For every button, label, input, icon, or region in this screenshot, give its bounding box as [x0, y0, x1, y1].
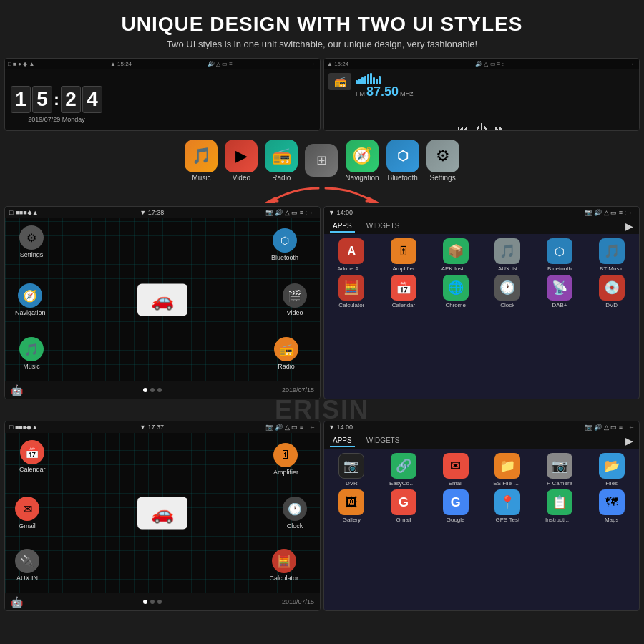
gmail-radial-label: Gmail: [19, 522, 36, 530]
apps-tab-bar-bottom: APPS WIDGETS ▶: [324, 433, 639, 449]
radial-bluetooth[interactable]: ⬡ Bluetooth: [271, 228, 298, 261]
navigation-radial-icon: 🧭: [18, 283, 42, 308]
app-amplifier[interactable]: 🎚 Amplifier: [379, 238, 429, 272]
tab-widgets-bottom[interactable]: WIDGETS: [364, 435, 403, 447]
radial-gmail[interactable]: ✉ Gmail: [15, 497, 39, 530]
app-dvr[interactable]: 📷 DVR: [327, 453, 376, 487]
files-label: Files: [605, 480, 618, 487]
app-fcamera[interactable]: 📷 F-Camera: [535, 453, 585, 487]
icon-settings[interactable]: ⚙ Settings: [426, 140, 459, 182]
calendar-icon: 📅: [391, 275, 416, 301]
android-icon-2: 🤖: [11, 596, 23, 608]
car-image-2: 🚗: [137, 497, 187, 530]
bar-7: [373, 77, 375, 84]
amplifier-label: Amplifier: [392, 265, 414, 272]
tab-apps-top[interactable]: APPS: [330, 220, 355, 233]
app-google[interactable]: G Google: [431, 489, 480, 523]
power-button[interactable]: ⏻: [476, 123, 487, 131]
esfile-icon: 📁: [494, 453, 520, 479]
settings-radial-label: Settings: [20, 251, 44, 258]
tab-apps-bottom[interactable]: APPS: [330, 435, 355, 447]
radio-controls: ⏮ ⏻ ⏭: [328, 123, 635, 131]
status-bar-left-bottom: □ ■■■◆▲ ▼ 17:37 📷 🔊 △ ▭ ≡ : ←: [5, 421, 320, 433]
icon-video[interactable]: ▶ Video: [225, 140, 258, 182]
gallery-label: Gallery: [343, 517, 361, 523]
date-label-left-top: 2019/07/15: [282, 386, 314, 394]
icon-navigation[interactable]: 🧭 Navigation: [345, 140, 379, 182]
radial-amplifier[interactable]: 🎚 Amplifier: [273, 443, 298, 476]
app-maps[interactable]: 🗺 Maps: [587, 489, 636, 523]
radio-icon: 📻: [328, 73, 351, 90]
app-dvd[interactable]: 💿 DVD: [587, 275, 636, 308]
app-bluetooth-grid[interactable]: ⬡ Bluetooth: [535, 238, 585, 272]
app-email[interactable]: ✉ Email: [431, 453, 480, 487]
app-btmusic[interactable]: 🎵 BT Music: [587, 238, 636, 272]
dot-3: [157, 388, 162, 392]
gmail-radial-icon: ✉: [15, 497, 39, 521]
app-adobe[interactable]: A Adobe Acro.: [327, 238, 376, 272]
radial-settings[interactable]: ⚙ Settings: [19, 225, 44, 258]
apps-grid-top: A Adobe Acro. 🎚 Amplifier 📦 APK Installe…: [324, 234, 639, 313]
app-gallery[interactable]: 🖼 Gallery: [327, 489, 376, 523]
icon-bluetooth[interactable]: ⬡ Bluetooth: [386, 140, 419, 182]
app-dab[interactable]: 📡 DAB+: [535, 275, 585, 308]
radial-calculator[interactable]: 🧮 Calculator: [269, 549, 298, 582]
radio-radial-label: Radio: [278, 363, 295, 370]
app-instructions[interactable]: 📋 Instructions: [535, 489, 585, 523]
app-calculator[interactable]: 🧮 Calculator: [327, 275, 376, 308]
app-files[interactable]: 📂 Files: [587, 453, 636, 487]
dvd-label: DVD: [605, 302, 618, 308]
radial-clock[interactable]: 🕐 Clock: [283, 497, 307, 530]
status-bar-right-bottom: ▼ 14:00 📷 🔊 △ ▭ ≡ : ←: [324, 421, 639, 433]
radial-music[interactable]: 🎵 Music: [19, 337, 44, 370]
app-esfile[interactable]: 📁 ES File Explo.: [483, 453, 532, 487]
icon-radio[interactable]: 📻 Radio: [265, 140, 298, 182]
icon-grid[interactable]: ⊞: [305, 144, 338, 178]
radio-radial-icon: 📻: [274, 337, 298, 361]
dab-label: DAB+: [552, 302, 567, 308]
bar-2: [358, 79, 361, 84]
radial-calendar[interactable]: 📅 Calendar: [19, 440, 46, 473]
top-panels-row: □ ■■■◆▲ ▼ 17:38 📷 🔊 △ ▭ ≡ : ← ⚙ Settings…: [0, 206, 644, 399]
left-panel-bottom: □ ■■■◆▲ ▼ 17:37 📷 🔊 △ ▭ ≡ : ← 📅 Calendar…: [4, 421, 321, 611]
status-bar-top: □ ■ ● ◆ ▲ ▲ 15:24 🔊 △ ▭ ≡ : ←: [5, 59, 320, 69]
radial-radio[interactable]: 📻 Radio: [274, 337, 298, 370]
video-label: Video: [233, 174, 250, 182]
apk-label: APK Installer: [441, 265, 470, 272]
apps-tab-bar-top: APPS WIDGETS ▶: [324, 218, 639, 234]
icon-music[interactable]: 🎵 Music: [185, 140, 218, 182]
app-auxin[interactable]: 🎵 AUX IN: [483, 238, 532, 272]
google-label: Google: [447, 517, 465, 523]
radio-display: 📻: [324, 69, 639, 131]
dot-b-2: [150, 600, 155, 604]
auxin-radial-icon: 🔌: [15, 549, 39, 573]
navigation-label: Navigation: [345, 174, 379, 182]
radial-auxin[interactable]: 🔌 AUX IN: [15, 549, 39, 582]
radio-screen: ▲ 15:24 🔊 △ ▭ ≡ : ← 📻: [323, 58, 640, 131]
status-bar-left-top: □ ■■■◆▲ ▼ 17:38 📷 🔊 △ ▭ ≡ : ←: [5, 207, 320, 218]
app-calendar[interactable]: 📅 Calendar: [379, 275, 429, 308]
amplifier-icon: 🎚: [391, 238, 416, 264]
radial-video[interactable]: 🎬 Video: [283, 283, 307, 316]
dvd-icon: 💿: [599, 275, 625, 301]
apps-tabs-bottom: APPS WIDGETS: [330, 435, 402, 447]
next-button[interactable]: ⏭: [494, 123, 506, 131]
app-chrome[interactable]: 🌐 Chrome: [431, 275, 480, 308]
app-apk[interactable]: 📦 APK Installer: [431, 238, 480, 272]
radial-navigation[interactable]: 🧭 Navigation: [15, 283, 46, 316]
google-icon: G: [443, 489, 469, 515]
btmusic-icon: 🎵: [599, 238, 625, 264]
page-subtitle: Two UI styles is in one unit switchable,…: [7, 39, 637, 49]
bluetooth-grid-icon: ⬡: [547, 238, 572, 264]
android-icon: 🤖: [11, 384, 23, 396]
left-panel-top: □ ■■■◆▲ ▼ 17:38 📷 🔊 △ ▭ ≡ : ← ⚙ Settings…: [4, 206, 321, 399]
app-clock[interactable]: 🕐 Clock: [483, 275, 532, 308]
app-gmail[interactable]: G Gmail: [379, 489, 429, 523]
btmusic-label: BT Music: [600, 265, 623, 272]
prev-button[interactable]: ⏮: [457, 123, 469, 131]
app-gpstest[interactable]: 📍 GPS Test: [483, 489, 532, 523]
app-easyconnect[interactable]: 🔗 EasyConnec.: [379, 453, 429, 487]
page-dots-2: [143, 600, 162, 604]
tab-widgets-top[interactable]: WIDGETS: [364, 220, 403, 233]
calculator-icon: 🧮: [338, 275, 364, 301]
